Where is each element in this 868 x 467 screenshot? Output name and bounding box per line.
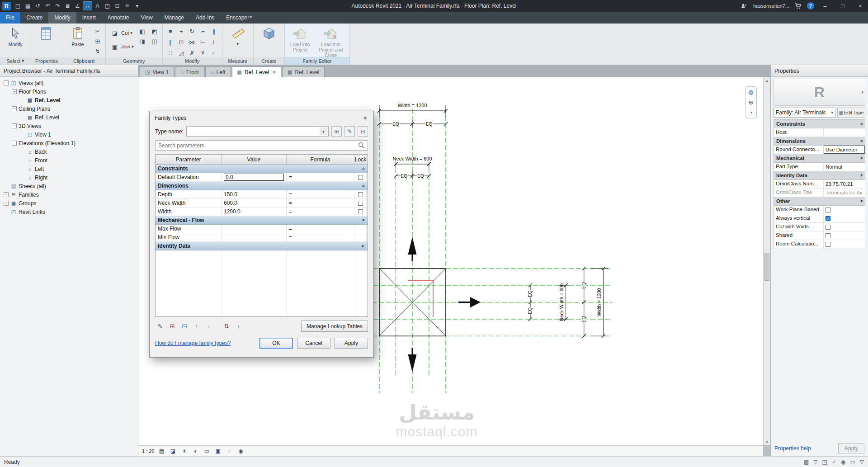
default-elevation-lock-checkbox[interactable] [358, 175, 363, 180]
sun-path-icon[interactable]: ☀ [180, 448, 189, 455]
measure-button[interactable]: ▾ [225, 25, 250, 46]
default-3d-view-icon[interactable]: ◳ [103, 1, 112, 10]
group-other[interactable]: Other» [774, 197, 865, 206]
view-tab-ref-level-active[interactable]: ▦Ref. Level× [232, 66, 281, 77]
offset-icon[interactable]: ∥ [165, 38, 175, 47]
collapse-icon[interactable]: − [12, 123, 17, 128]
dialog-title-bar[interactable]: Family Types × [150, 111, 373, 125]
flow-arrow-down[interactable] [408, 348, 417, 372]
section-mechanical-flow[interactable]: Mechanical - Flow» [156, 216, 368, 225]
work-plane-based-checkbox[interactable] [826, 208, 830, 212]
reveal-hidden-icon[interactable]: ◉ [237, 448, 245, 455]
width-formula-cell[interactable]: = [287, 208, 354, 216]
tree-item-back[interactable]: ⌂Back [0, 147, 138, 156]
collapse-group-icon[interactable]: » [859, 140, 864, 142]
steering-wheel-icon[interactable]: ◍ [748, 89, 753, 95]
tree-item-sheets[interactable]: ▤Sheets (all) [0, 182, 138, 190]
depth-value-cell[interactable]: 150.0 [222, 190, 287, 198]
property-row-always-vertical[interactable]: Always vertical✓ [774, 214, 865, 223]
panel-select-label[interactable]: Select▾ [0, 57, 31, 65]
view-tab-view1[interactable]: ◳View 1 [140, 66, 174, 77]
show-crop-region-icon[interactable]: ▣ [214, 448, 222, 455]
tab-create[interactable]: Create [20, 12, 48, 24]
properties-toggle-button[interactable] [34, 25, 59, 41]
close-tab-icon[interactable]: × [273, 69, 276, 75]
section-dimensions[interactable]: Dimensions» [156, 182, 368, 190]
collapse-section-icon[interactable]: » [360, 167, 366, 170]
array-icon[interactable]: ∷ [165, 48, 175, 57]
paint-icon[interactable]: ◧ [137, 27, 147, 36]
tree-item-families[interactable]: +⊞Families [0, 190, 138, 199]
tab-insert[interactable]: Insert [76, 12, 102, 24]
delete-parameter-icon[interactable]: ⊟ [179, 322, 189, 331]
group-identity-data[interactable]: Identity Data» [774, 171, 865, 180]
visual-style-icon[interactable]: ◪ [169, 448, 177, 455]
search-parameters-input[interactable] [155, 140, 368, 151]
selected-sketch-lines[interactable] [408, 281, 433, 317]
close-button[interactable]: × [854, 0, 867, 11]
section-icon[interactable]: ⊟ [113, 1, 122, 10]
property-row-cut-with-voids[interactable]: Cut with Voids ... [774, 223, 865, 231]
type-name-combo[interactable]: ▾ [186, 126, 329, 137]
scroll-down-icon[interactable]: ▼ [764, 439, 770, 445]
beam-join-icon[interactable]: ◫ [150, 37, 160, 46]
collapse-icon[interactable]: − [4, 80, 9, 85]
crop-view-icon[interactable]: ▭ [203, 448, 211, 455]
new-type-button[interactable]: ⊞ [331, 126, 342, 137]
tree-item-ref-level-ceiling[interactable]: ▦Ref. Level [0, 113, 138, 122]
param-row-max-flow[interactable]: Max Flow = [156, 225, 368, 233]
create-group-button[interactable] [256, 25, 282, 41]
collapse-group-icon[interactable]: » [859, 174, 864, 177]
group-dimensions[interactable]: Dimensions» [774, 137, 865, 146]
collapse-icon[interactable]: − [12, 106, 17, 111]
communication-center-icon[interactable] [740, 1, 749, 10]
tree-item-front[interactable]: ⌂Front [0, 156, 138, 165]
property-row-shared[interactable]: Shared [774, 231, 865, 240]
exclude-options-icon[interactable]: ◉ [841, 459, 845, 465]
text-icon[interactable]: A [93, 1, 102, 10]
copy-to-clipboard-icon[interactable]: ⊞ [93, 37, 103, 46]
section-constraints[interactable]: Constraints» [156, 165, 368, 173]
move-down-icon[interactable]: ↓ [204, 322, 214, 331]
param-row-default-elevation[interactable]: Default Elevation 0.0 = [156, 173, 368, 182]
main-model-icon[interactable]: ◳ [822, 459, 827, 465]
view-tab-front[interactable]: ⌂Front [175, 66, 204, 77]
scale-button[interactable]: 1 : 20 [142, 448, 155, 454]
revit-logo-icon[interactable]: R [2, 2, 11, 10]
tree-item-ceiling-plans[interactable]: −Ceiling Plans [0, 104, 138, 113]
properties-apply-button[interactable]: Apply [838, 443, 864, 453]
reference-planes[interactable] [364, 109, 612, 393]
group-constraints[interactable]: Constraints» [774, 120, 865, 128]
default-elevation-value-input[interactable]: 0.0 [224, 174, 284, 181]
round-connector-value[interactable]: Use Diameter [824, 146, 865, 154]
tree-item-view-1[interactable]: ◳View 1 [0, 130, 138, 139]
align-icon[interactable]: ≡ [165, 27, 175, 36]
tree-item-left[interactable]: ⌂Left [0, 165, 138, 173]
tree-item-revit-links[interactable]: ◰Revit Links [0, 208, 138, 216]
zoom-icon[interactable]: ⊕ [749, 99, 754, 106]
collapse-icon[interactable]: − [12, 141, 17, 146]
family-types-help-link[interactable]: How do I manage family types? [155, 340, 231, 346]
tab-enscape[interactable]: Enscape™ [220, 12, 259, 24]
expand-icon[interactable]: + [4, 201, 9, 206]
unpin-icon[interactable]: ⊻ [198, 48, 208, 57]
collapse-group-icon[interactable]: » [859, 157, 864, 160]
param-row-depth[interactable]: Depth 150.0 = [156, 190, 368, 199]
cut-with-voids-checkbox[interactable] [826, 225, 830, 230]
save-icon[interactable]: ▤ [23, 1, 33, 10]
detail-level-icon[interactable]: ▤ [158, 448, 166, 455]
neck-width-formula-cell[interactable]: = [287, 199, 354, 207]
property-row-round-connector[interactable]: Round Connecto...Use Diameter [774, 146, 865, 154]
project-browser-header[interactable]: Project Browser - Air Terminal Family.rf… [0, 65, 138, 77]
dimension-eq-neck-top[interactable]: EQ EQ [394, 172, 431, 179]
expand-section-icon[interactable]: » [360, 245, 366, 247]
property-row-omniclass-title[interactable]: OmniClass TitleTerminals for Air [774, 189, 865, 197]
property-row-work-plane-based[interactable]: Work Plane-Based [774, 206, 865, 214]
manage-lookup-tables-button[interactable]: Manage Lookup Tables [301, 321, 368, 332]
join-geometry-button[interactable]: ▣ Join ▾ [108, 41, 135, 52]
flow-arrow-up[interactable] [408, 237, 417, 261]
scrollbar-thumb[interactable] [764, 253, 769, 281]
open-icon[interactable]: ◰ [13, 1, 23, 10]
collapse-group-icon[interactable]: » [859, 123, 864, 125]
pin-icon[interactable]: ⊥ [209, 38, 219, 47]
